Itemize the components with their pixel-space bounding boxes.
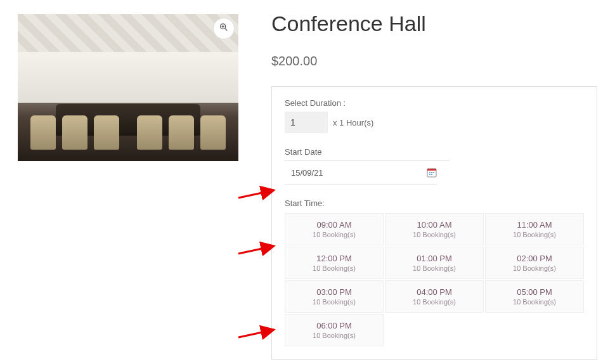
time-slot[interactable]: 12:00 PM10 Booking(s) <box>285 247 384 279</box>
magnifier-icon <box>219 22 229 35</box>
time-slot-empty <box>485 314 584 346</box>
time-slot-time: 05:00 PM <box>488 287 581 297</box>
time-slot-count: 10 Booking(s) <box>288 231 380 238</box>
time-slot-count: 10 Booking(s) <box>288 298 380 306</box>
start-date-field[interactable]: 15/09/21 <box>285 161 437 185</box>
time-slot-count: 10 Booking(s) <box>488 231 581 238</box>
time-slot[interactable]: 11:00 AM10 Booking(s) <box>485 213 584 245</box>
booking-form: Select Duration : x 1 Hour(s) Start Date… <box>271 86 597 360</box>
time-slot-count: 10 Booking(s) <box>388 298 481 306</box>
product-price: $200.00 <box>271 54 597 68</box>
time-slot[interactable]: 06:00 PM10 Booking(s) <box>285 314 384 346</box>
duration-suffix: x 1 Hour(s) <box>333 118 373 127</box>
time-slot-time: 01:00 PM <box>388 254 481 263</box>
time-slot[interactable]: 10:00 AM10 Booking(s) <box>385 213 484 245</box>
time-slot-count: 10 Booking(s) <box>288 264 380 272</box>
time-slot[interactable]: 09:00 AM10 Booking(s) <box>285 213 384 245</box>
svg-rect-9 <box>429 174 430 175</box>
time-slot[interactable]: 02:00 PM10 Booking(s) <box>485 247 584 279</box>
time-slot-time: 12:00 PM <box>288 254 380 263</box>
zoom-button[interactable] <box>213 18 235 39</box>
time-slot-time: 03:00 PM <box>288 287 380 297</box>
time-slot-count: 10 Booking(s) <box>388 264 481 272</box>
calendar-icon[interactable] <box>427 167 437 178</box>
time-slot[interactable]: 01:00 PM10 Booking(s) <box>385 247 484 279</box>
svg-rect-7 <box>431 172 432 173</box>
start-date-value: 15/09/21 <box>291 168 323 178</box>
time-slot-grid: 09:00 AM10 Booking(s)10:00 AM10 Booking(… <box>285 213 584 346</box>
duration-input[interactable] <box>285 112 328 133</box>
time-slot[interactable]: 05:00 PM10 Booking(s) <box>485 280 584 313</box>
time-slot-time: 02:00 PM <box>488 254 581 263</box>
start-time-label: Start Time: <box>285 198 584 208</box>
time-slot-time: 04:00 PM <box>388 287 481 297</box>
svg-rect-5 <box>427 169 436 171</box>
svg-rect-6 <box>429 172 430 173</box>
time-slot-count: 10 Booking(s) <box>388 231 481 238</box>
svg-line-1 <box>225 29 227 30</box>
product-title: Conference Hall <box>271 11 597 36</box>
time-slot-empty <box>385 314 484 346</box>
time-slot-count: 10 Booking(s) <box>488 298 581 306</box>
svg-rect-8 <box>433 172 434 173</box>
product-image[interactable] <box>18 14 238 161</box>
svg-rect-10 <box>431 174 432 175</box>
time-slot-time: 06:00 PM <box>288 321 380 330</box>
start-date-label: Start Date <box>285 147 450 161</box>
time-slot[interactable]: 03:00 PM10 Booking(s) <box>285 280 384 313</box>
time-slot[interactable]: 04:00 PM10 Booking(s) <box>385 280 484 313</box>
time-slot-time: 09:00 AM <box>288 220 380 230</box>
time-slot-count: 10 Booking(s) <box>288 332 380 339</box>
time-slot-count: 10 Booking(s) <box>488 264 581 272</box>
time-slot-time: 10:00 AM <box>388 220 481 230</box>
time-slot-time: 11:00 AM <box>488 220 581 230</box>
duration-label: Select Duration : <box>285 98 584 108</box>
